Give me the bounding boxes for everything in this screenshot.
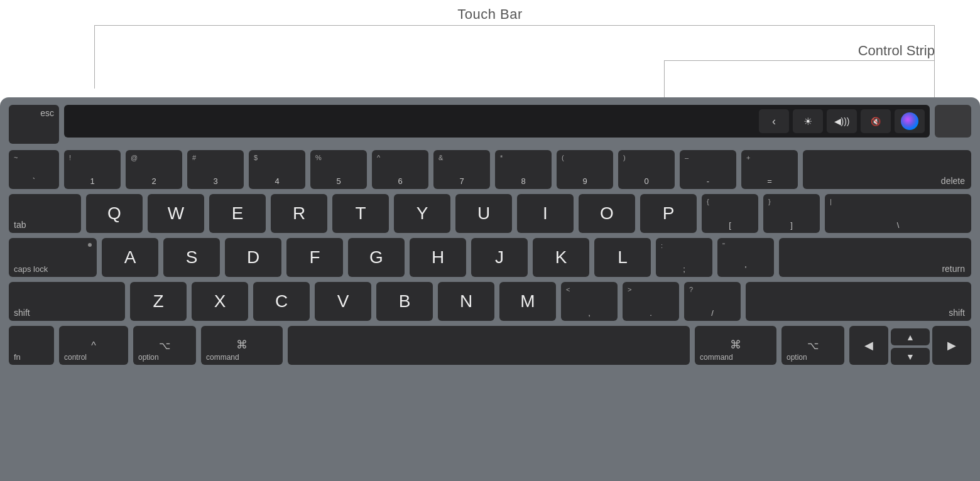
key-h[interactable]: H bbox=[410, 238, 466, 277]
key-bracket-right[interactable]: } ] bbox=[763, 194, 820, 233]
key-space[interactable] bbox=[288, 326, 690, 365]
key-minus[interactable]: – - bbox=[680, 150, 736, 189]
key-i[interactable]: I bbox=[517, 194, 574, 233]
arrow-cluster: ◀ ▲ ▼ ▶ bbox=[849, 326, 971, 365]
caps-lock-indicator bbox=[88, 243, 92, 247]
key-1[interactable]: ! 1 bbox=[64, 150, 121, 189]
key-a[interactable]: A bbox=[102, 238, 158, 277]
key-n[interactable]: N bbox=[438, 282, 494, 321]
key-bracket-left[interactable]: { [ bbox=[702, 194, 758, 233]
key-arrow-down[interactable]: ▼ bbox=[891, 348, 930, 365]
key-3[interactable]: # 3 bbox=[187, 150, 244, 189]
zxcv-row: shift Z X C V B N M < , > . ? / shift bbox=[9, 282, 971, 321]
key-k[interactable]: K bbox=[533, 238, 589, 277]
key-x[interactable]: X bbox=[192, 282, 248, 321]
key-j[interactable]: J bbox=[471, 238, 528, 277]
key-slash[interactable]: ? / bbox=[684, 282, 741, 321]
esc-key[interactable]: esc bbox=[9, 105, 59, 144]
tb-chevron-icon[interactable]: ‹ bbox=[759, 109, 789, 133]
key-option-right[interactable]: ⌥ option bbox=[781, 326, 844, 365]
key-return[interactable]: return bbox=[779, 238, 971, 277]
number-row: ~ ` ! 1 @ 2 # 3 $ 4 % 5 bbox=[9, 150, 971, 189]
key-5[interactable]: % 5 bbox=[310, 150, 367, 189]
siri-orb bbox=[901, 112, 918, 130]
control-strip-left-line bbox=[664, 60, 665, 98]
control-strip-label: Control Strip bbox=[858, 43, 935, 59]
key-d[interactable]: D bbox=[225, 238, 281, 277]
key-t[interactable]: T bbox=[332, 194, 389, 233]
key-7[interactable]: & 7 bbox=[433, 150, 490, 189]
key-e[interactable]: E bbox=[209, 194, 266, 233]
key-f[interactable]: F bbox=[286, 238, 343, 277]
key-shift-right[interactable]: shift bbox=[746, 282, 971, 321]
key-z[interactable]: Z bbox=[130, 282, 187, 321]
key-equals[interactable]: + = bbox=[741, 150, 798, 189]
key-6[interactable]: ^ 6 bbox=[372, 150, 428, 189]
key-y[interactable]: Y bbox=[394, 194, 450, 233]
tb-brightness-icon[interactable]: ☀ bbox=[793, 109, 823, 133]
key-p[interactable]: P bbox=[640, 194, 697, 233]
key-s[interactable]: S bbox=[163, 238, 220, 277]
key-0[interactable]: ) 0 bbox=[618, 150, 675, 189]
key-v[interactable]: V bbox=[315, 282, 371, 321]
tb-siri-icon[interactable] bbox=[895, 109, 925, 133]
key-l[interactable]: L bbox=[594, 238, 651, 277]
key-o[interactable]: O bbox=[579, 194, 635, 233]
key-delete[interactable]: delete bbox=[803, 150, 971, 189]
key-shift-left[interactable]: shift bbox=[9, 282, 125, 321]
key-control[interactable]: ^ control bbox=[59, 326, 128, 365]
asdf-row: caps lock A S D F G H J K L : ; " ' retu… bbox=[9, 238, 971, 277]
key-w[interactable]: W bbox=[148, 194, 204, 233]
modifier-row: fn ^ control ⌥ option ⌘ command ⌘ comman… bbox=[9, 326, 971, 365]
key-9[interactable]: ( 9 bbox=[557, 150, 613, 189]
key-semicolon[interactable]: : ; bbox=[656, 238, 712, 277]
keyboard: esc ‹ ☀ ◀))) 🔇 ~ ` ! 1 bbox=[0, 97, 980, 481]
key-fn[interactable]: fn bbox=[9, 326, 54, 365]
tb-volume-icon[interactable]: ◀))) bbox=[827, 109, 857, 133]
control-strip-annotation-line bbox=[665, 60, 935, 61]
key-backtick[interactable]: ~ ` bbox=[9, 150, 59, 189]
key-8[interactable]: * 8 bbox=[495, 150, 552, 189]
key-m[interactable]: M bbox=[499, 282, 556, 321]
touch-bar: ‹ ☀ ◀))) 🔇 bbox=[64, 105, 930, 138]
key-r[interactable]: R bbox=[271, 194, 327, 233]
key-option-left[interactable]: ⌥ option bbox=[133, 326, 196, 365]
key-backslash[interactable]: | \ bbox=[825, 194, 971, 233]
tb-mute-icon[interactable]: 🔇 bbox=[861, 109, 891, 133]
key-b[interactable]: B bbox=[376, 282, 433, 321]
key-rows: ~ ` ! 1 @ 2 # 3 $ 4 % 5 bbox=[9, 150, 971, 365]
key-u[interactable]: U bbox=[455, 194, 512, 233]
key-q[interactable]: Q bbox=[86, 194, 143, 233]
power-key[interactable] bbox=[935, 105, 971, 138]
key-quote[interactable]: " ' bbox=[717, 238, 774, 277]
key-period[interactable]: > . bbox=[623, 282, 679, 321]
key-comma[interactable]: < , bbox=[561, 282, 618, 321]
key-2[interactable]: @ 2 bbox=[126, 150, 182, 189]
arrow-up-down: ▲ ▼ bbox=[891, 328, 930, 365]
key-c[interactable]: C bbox=[253, 282, 310, 321]
key-arrow-right[interactable]: ▶ bbox=[932, 326, 971, 365]
key-arrow-left[interactable]: ◀ bbox=[849, 326, 888, 365]
touch-bar-annotation-line bbox=[94, 25, 935, 26]
key-tab[interactable]: tab bbox=[9, 194, 81, 233]
qwerty-row: tab Q W E R T Y U I O P { [ } ] | \ bbox=[9, 194, 971, 233]
key-g[interactable]: G bbox=[348, 238, 405, 277]
key-command-right[interactable]: ⌘ command bbox=[695, 326, 776, 365]
key-arrow-up[interactable]: ▲ bbox=[891, 328, 930, 345]
touch-bar-label: Touch Bar bbox=[457, 6, 523, 23]
key-4[interactable]: $ 4 bbox=[249, 150, 305, 189]
key-caps-lock[interactable]: caps lock bbox=[9, 238, 97, 277]
key-command-left[interactable]: ⌘ command bbox=[201, 326, 283, 365]
